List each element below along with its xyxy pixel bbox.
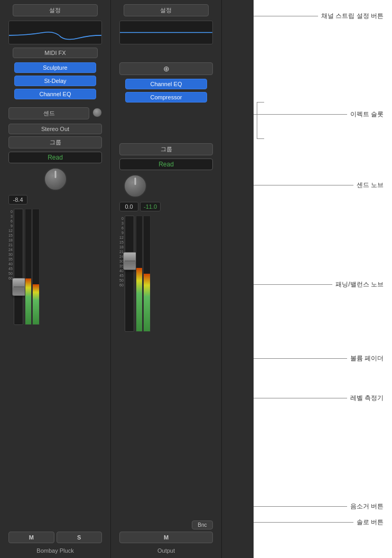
- mute-button-2[interactable]: M: [119, 532, 213, 543]
- volume-fader-2[interactable]: [125, 216, 134, 332]
- fader-handle-2[interactable]: [123, 252, 137, 270]
- ann-line-effect: [254, 114, 347, 115]
- volume-value-1: -8.4: [8, 195, 27, 204]
- link-button[interactable]: ⊕: [119, 62, 213, 75]
- send-knob[interactable]: [92, 108, 102, 117]
- mute-button-1[interactable]: M: [8, 532, 54, 543]
- settings-button-1[interactable]: 설정: [13, 4, 98, 16]
- fader-meter-2: 0 3 6 9 12 15 18 21 24 30 35 40 45 50 60: [119, 216, 213, 516]
- bnc-container: Bnc: [119, 520, 213, 529]
- level-meter-2-right: [143, 216, 151, 332]
- pan-knob-1[interactable]: [44, 168, 67, 191]
- pan-knob-2[interactable]: [124, 174, 147, 198]
- ann-solo: 솔로 버튼: [254, 518, 384, 527]
- ann-text-effect: 이펙트 슬롯: [347, 110, 384, 119]
- level-meter-2: [136, 216, 151, 332]
- compressor-plugin[interactable]: Compressor: [125, 92, 208, 103]
- pan-knob-container-1: [8, 168, 102, 191]
- ann-line-fader: [254, 358, 347, 359]
- volume-value-2: 0.0: [119, 202, 138, 211]
- ann-text-solo: 솔로 버튼: [353, 518, 384, 527]
- ann-text-settings: 채널 스트립 설정 버튼: [318, 12, 384, 21]
- fader-meter-1: 0 3 6 9 12 15 18 21 24 30 35 40 45 50 60: [8, 209, 102, 527]
- ann-text-meter: 레벨 측정기: [347, 394, 384, 403]
- group-button-1[interactable]: 그룹: [8, 136, 102, 148]
- ann-text-send: 센드 노브: [353, 181, 384, 190]
- ann-volume-fader: 볼륨 페이더: [254, 354, 384, 363]
- level-meter-right: [32, 209, 40, 325]
- bnc-button[interactable]: Bnc: [192, 520, 213, 529]
- ann-line-pan: [254, 284, 332, 285]
- level-meter-1: [25, 209, 40, 325]
- group-button-2[interactable]: 그룹: [119, 143, 213, 155]
- channel-name-1: Bombay Pluck: [2, 547, 108, 554]
- automation-button-2[interactable]: Read: [119, 159, 213, 170]
- eq-display-1: [8, 21, 102, 44]
- channel-name-2: Output: [113, 547, 219, 554]
- bottom-controls-2: M: [119, 532, 213, 543]
- volume-display-2: 0.0 -11.0: [119, 202, 213, 211]
- fader-handle-1[interactable]: [12, 278, 26, 296]
- st-delay-plugin[interactable]: St-Delay: [14, 76, 97, 86]
- ann-text-fader: 볼륨 페이더: [347, 354, 384, 363]
- pan-knob-container-2: [119, 174, 213, 198]
- channel-strip-1: 설정 MIDI FX Sculpture St-Delay Channel EQ…: [0, 0, 111, 558]
- ann-line-solo: [254, 522, 353, 523]
- settings-button-2[interactable]: 설정: [124, 4, 209, 16]
- ann-channel-strip-settings: 채널 스트립 설정 버튼: [254, 12, 384, 21]
- bottom-controls-1: M S: [8, 532, 102, 543]
- meter-scale-2: 0 3 6 9 12 15 18 21 24 30 35 40 45 50 60: [119, 216, 124, 288]
- level-meter-2-left: [136, 216, 143, 332]
- ann-text-mute: 음소거 버튼: [347, 502, 384, 511]
- solo-button-1[interactable]: S: [57, 532, 102, 543]
- ann-line-meter: [254, 398, 347, 398]
- volume-fader-1[interactable]: [14, 209, 23, 325]
- output-button[interactable]: Stereo Out: [8, 124, 102, 134]
- ann-line-mute: [254, 506, 347, 507]
- eq-display-2: [119, 21, 213, 44]
- volume-display-1: -8.4: [8, 195, 102, 204]
- effect-slot-bracket: [257, 102, 264, 139]
- channel-eq-plugin-2[interactable]: Channel EQ: [125, 79, 208, 89]
- channel-eq-plugin-1[interactable]: Channel EQ: [14, 89, 97, 99]
- meter-scale-1: 0 3 6 9 12 15 18 21 24 30 35 40 45 50 60: [8, 209, 13, 281]
- plugin-group-2: Channel EQ Compressor: [119, 79, 213, 104]
- ann-level-meter: 레벨 측정기: [254, 394, 384, 403]
- send-label: 센드: [8, 107, 89, 119]
- sculpture-plugin[interactable]: Sculpture: [14, 62, 97, 73]
- level-meter-left: [25, 209, 32, 325]
- ann-text-pan: 패닝/밸런스 노브: [332, 280, 384, 289]
- plugin-group-1: Sculpture St-Delay Channel EQ: [8, 62, 102, 101]
- ann-effect-slot: 이펙트 슬롯: [254, 110, 384, 119]
- send-knob-container: [92, 108, 102, 119]
- send-section-1: 센드: [8, 107, 102, 119]
- midi-fx-button[interactable]: MIDI FX: [13, 48, 98, 58]
- ann-line-send: [254, 185, 353, 185]
- ann-line-settings: [254, 16, 318, 16]
- ann-pan-knob: 패닝/밸런스 노브: [254, 280, 384, 289]
- volume-extra-2: -11.0: [140, 202, 161, 211]
- ann-send-knob: 센드 노브: [254, 181, 384, 190]
- annotation-area: 채널 스트립 설정 버튼 이펙트 슬롯 센드 노브 패닝/밸런스 노브 볼륨 페…: [254, 0, 392, 558]
- channel-strip-2: 설정 ⊕ Channel EQ Compressor 그룹 Read: [111, 0, 222, 558]
- ann-mute: 음소거 버튼: [254, 502, 384, 511]
- automation-button-1[interactable]: Read: [8, 152, 102, 163]
